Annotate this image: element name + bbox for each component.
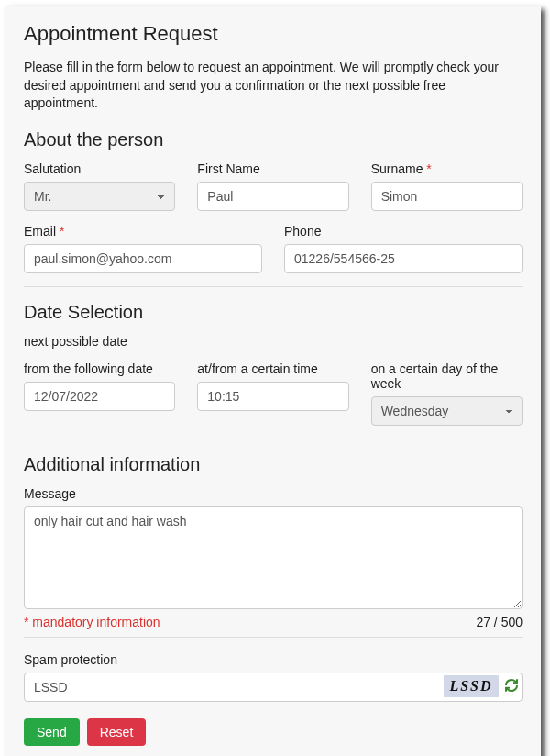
surname-label: Surname * — [371, 161, 522, 176]
spam-label: Spam protection — [24, 652, 522, 667]
appointment-form-card: Appointment Request Please fill in the f… — [6, 6, 541, 756]
phone-input[interactable] — [284, 244, 522, 273]
divider — [24, 637, 522, 638]
char-counter: 27 / 500 — [476, 615, 522, 629]
send-button[interactable]: Send — [24, 718, 80, 746]
from-date-label: from the following date — [24, 361, 175, 376]
divider — [24, 286, 522, 287]
time-label: at/from a certain time — [197, 361, 348, 376]
additional-heading: Additional information — [24, 454, 522, 475]
salutation-label: Salutation — [24, 161, 175, 176]
refresh-captcha-icon[interactable] — [504, 678, 519, 693]
person-heading: About the person — [24, 129, 522, 150]
intro-text: Please fill in the form below to request… — [24, 59, 522, 113]
day-select[interactable]: Wednesday — [371, 396, 522, 426]
date-heading: Date Selection — [24, 302, 522, 323]
required-marker: * — [60, 224, 64, 239]
surname-input[interactable] — [371, 182, 522, 211]
from-date-input[interactable] — [24, 382, 175, 411]
message-textarea[interactable]: only hair cut and hair wash — [24, 506, 522, 609]
date-subtext: next possible date — [24, 334, 522, 349]
required-marker: * — [426, 161, 431, 176]
day-label: on a certain day of the week — [371, 361, 522, 391]
time-input[interactable] — [197, 382, 348, 411]
salutation-select[interactable]: Mr. — [24, 182, 175, 211]
phone-label: Phone — [284, 224, 522, 239]
page-title: Appointment Request — [24, 22, 522, 46]
firstname-label: First Name — [197, 161, 348, 176]
captcha-image: LSSD — [444, 675, 499, 697]
mandatory-note: * mandatory information — [24, 615, 160, 629]
reset-button[interactable]: Reset — [87, 718, 147, 746]
message-label: Message — [24, 486, 522, 501]
email-label: Email * — [24, 224, 262, 239]
email-input[interactable] — [24, 244, 262, 273]
firstname-input[interactable] — [197, 182, 348, 211]
divider — [24, 439, 522, 439]
